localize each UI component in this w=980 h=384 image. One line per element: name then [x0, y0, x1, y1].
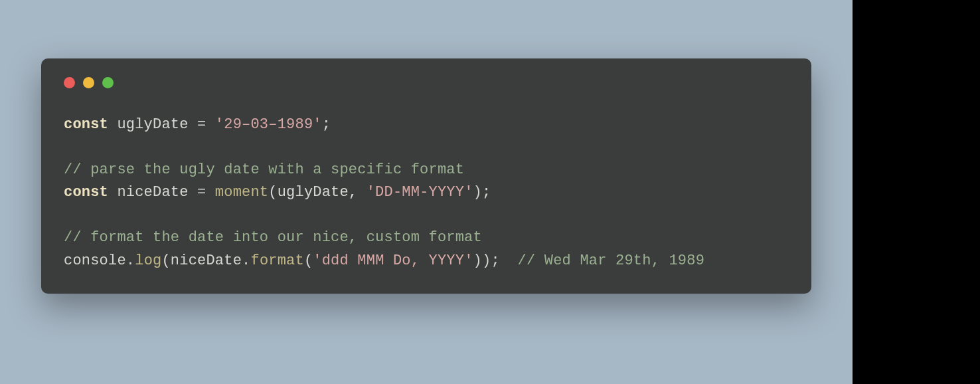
- space: [206, 116, 214, 133]
- semicolon: ;: [322, 116, 331, 133]
- close-icon[interactable]: [64, 77, 75, 88]
- page-background: const uglyDate = '29–03–1989'; // parse …: [0, 0, 853, 384]
- code-window: const uglyDate = '29–03–1989'; // parse …: [41, 58, 811, 294]
- keyword-const: const: [64, 116, 108, 133]
- maximize-icon[interactable]: [102, 77, 114, 88]
- space: [500, 252, 518, 269]
- semicolon: ;: [482, 184, 491, 201]
- space: [206, 184, 214, 201]
- paren: ): [473, 184, 482, 201]
- argument: niceDate: [171, 252, 242, 269]
- operator: =: [197, 116, 206, 133]
- dot: .: [242, 252, 250, 269]
- string-literal: 'ddd MMM Do, YYYY': [313, 252, 473, 269]
- semicolon: ;: [491, 252, 499, 269]
- method: log: [135, 252, 161, 269]
- comma: ,: [349, 184, 367, 201]
- keyword-const: const: [64, 184, 108, 201]
- comment: // parse the ugly date with a specific f…: [64, 161, 464, 178]
- paren: (: [304, 252, 313, 269]
- paren: (: [268, 184, 277, 201]
- identifier: uglyDate: [108, 116, 197, 133]
- argument: uglyDate: [278, 184, 349, 201]
- string-literal: '29–03–1989': [215, 116, 322, 133]
- operator: =: [197, 184, 206, 201]
- dot: .: [126, 252, 135, 269]
- paren: ): [482, 252, 491, 269]
- code-block: const uglyDate = '29–03–1989'; // parse …: [64, 114, 789, 272]
- minimize-icon[interactable]: [83, 77, 94, 88]
- traffic-lights: [64, 77, 789, 88]
- paren: ): [473, 252, 482, 269]
- paren: (: [161, 252, 170, 269]
- function-call: moment: [215, 184, 268, 201]
- object: console: [64, 252, 126, 269]
- string-literal: 'DD-MM-YYYY': [367, 184, 473, 201]
- method: format: [250, 252, 303, 269]
- comment: // format the date into our nice, custom…: [64, 229, 482, 246]
- comment-output: // Wed Mar 29th, 1989: [518, 252, 704, 269]
- identifier: niceDate: [108, 184, 197, 201]
